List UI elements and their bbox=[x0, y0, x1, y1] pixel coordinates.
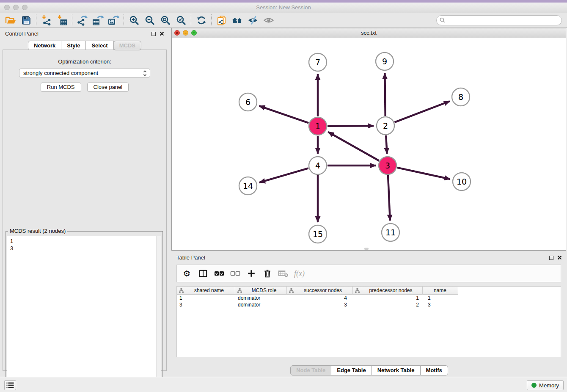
table-row[interactable]: 1dominator411 bbox=[177, 295, 561, 301]
graph-edge-1-6[interactable] bbox=[259, 106, 308, 123]
column-header-shared-name[interactable]: shared name bbox=[177, 287, 235, 295]
close-panel-button[interactable]: Close panel bbox=[87, 83, 129, 92]
control-panel-title: Control Panel bbox=[5, 30, 39, 37]
session-title: Session: New Session bbox=[0, 3, 567, 13]
import-network-icon bbox=[41, 15, 52, 26]
graph-node-2[interactable]: 2 bbox=[377, 117, 394, 135]
graph-edge-3-10[interactable] bbox=[397, 168, 450, 179]
graph-node-1[interactable]: 1 bbox=[309, 117, 327, 135]
column-header-name[interactable]: name bbox=[423, 287, 458, 295]
save-session-icon bbox=[21, 15, 31, 25]
network-window-titlebar[interactable]: ✕ − + scc.txt bbox=[172, 28, 566, 38]
graph-node-15[interactable]: 15 bbox=[309, 225, 327, 243]
search-input[interactable] bbox=[445, 17, 561, 24]
tab-network-table[interactable]: Network Table bbox=[372, 365, 421, 375]
main-toolbar bbox=[0, 13, 567, 28]
export-table-button[interactable] bbox=[90, 14, 106, 27]
result-scrollbar[interactable] bbox=[156, 236, 161, 389]
table-settings-button[interactable]: ⚙ bbox=[181, 268, 193, 279]
svg-text:11: 11 bbox=[385, 228, 396, 237]
graph-edge-2-8[interactable] bbox=[394, 101, 449, 122]
add-column-button[interactable] bbox=[245, 268, 257, 279]
column-tree-icon bbox=[289, 288, 294, 293]
network-canvas[interactable]: 1234678910111415 bbox=[172, 38, 566, 250]
function-builder-button[interactable]: f(x) bbox=[293, 268, 306, 279]
graph-node-11[interactable]: 11 bbox=[382, 224, 399, 241]
zoom-fit-button[interactable] bbox=[157, 14, 173, 27]
table-cell: 2 bbox=[353, 302, 423, 308]
table-row[interactable]: 3dominator323 bbox=[177, 301, 561, 308]
delete-table-button[interactable] bbox=[277, 268, 289, 279]
graph-node-10[interactable]: 10 bbox=[453, 173, 471, 190]
column-header-successor-nodes[interactable]: successor nodes bbox=[287, 287, 353, 295]
zoom-out-button[interactable] bbox=[142, 14, 157, 27]
graph-edge-2-9[interactable] bbox=[385, 73, 385, 116]
split-columns-button[interactable] bbox=[197, 268, 209, 279]
export-image-button[interactable] bbox=[106, 14, 121, 27]
export-image-icon bbox=[108, 15, 119, 26]
graph-node-8[interactable]: 8 bbox=[452, 88, 470, 106]
tab-node-table[interactable]: Node Table bbox=[290, 365, 331, 375]
unselect-all-columns-button[interactable] bbox=[229, 268, 241, 279]
network-from-selection-icon bbox=[216, 15, 227, 26]
select-all-columns-icon bbox=[214, 270, 224, 277]
float-panel-icon[interactable] bbox=[151, 32, 156, 36]
search-field[interactable] bbox=[436, 15, 562, 25]
home-button[interactable] bbox=[229, 14, 245, 27]
svg-text:15: 15 bbox=[313, 229, 323, 239]
tab-motifs[interactable]: Motifs bbox=[420, 365, 448, 375]
tab-network[interactable]: Network bbox=[28, 41, 61, 50]
svg-text:9: 9 bbox=[382, 57, 387, 66]
open-session-button[interactable] bbox=[3, 14, 18, 27]
tab-edge-table[interactable]: Edge Table bbox=[331, 365, 372, 375]
zoom-in-button[interactable] bbox=[126, 14, 142, 27]
table-cell: dominator bbox=[235, 302, 287, 308]
graph-node-6[interactable]: 6 bbox=[239, 93, 257, 111]
column-header-predecessor-nodes[interactable]: predecessor nodes bbox=[353, 287, 423, 295]
function-builder-icon: f(x) bbox=[294, 269, 305, 278]
table-cell: 4 bbox=[287, 295, 353, 301]
tab-style[interactable]: Style bbox=[61, 41, 86, 50]
hide-details-button[interactable] bbox=[245, 14, 261, 27]
column-header-mcds-role[interactable]: MCDS role bbox=[235, 287, 287, 295]
close-table-panel-icon[interactable] bbox=[557, 255, 562, 260]
network-from-selection-button[interactable] bbox=[214, 14, 229, 27]
run-mcds-button[interactable]: Run MCDS bbox=[41, 83, 81, 92]
save-session-button[interactable] bbox=[18, 14, 34, 27]
float-table-panel-icon[interactable] bbox=[549, 256, 553, 260]
graph-edge-4-14[interactable] bbox=[259, 168, 308, 182]
graph-edge-3-1[interactable] bbox=[328, 132, 379, 161]
task-history-button[interactable] bbox=[4, 380, 16, 390]
zoom-fit-icon bbox=[160, 15, 171, 25]
optimization-criterion-label: Optimization criterion: bbox=[3, 58, 166, 65]
close-panel-icon[interactable] bbox=[160, 31, 164, 36]
criterion-select[interactable]: strongly connected component bbox=[19, 69, 150, 77]
tab-mcds[interactable]: MCDS bbox=[113, 41, 141, 50]
memory-button[interactable]: Memory bbox=[527, 380, 564, 390]
export-network-button[interactable] bbox=[74, 14, 90, 27]
graph-node-4[interactable]: 4 bbox=[309, 157, 327, 174]
add-column-icon bbox=[247, 269, 256, 278]
graph-node-7[interactable]: 7 bbox=[309, 53, 327, 71]
toolbar-separator bbox=[211, 14, 212, 26]
zoom-selected-button[interactable] bbox=[173, 14, 189, 27]
import-network-button[interactable] bbox=[39, 14, 54, 27]
svg-text:2: 2 bbox=[383, 121, 388, 130]
graph-edge-3-11[interactable] bbox=[388, 175, 390, 221]
table-cell: 3 bbox=[423, 302, 458, 308]
select-all-columns-button[interactable] bbox=[213, 268, 225, 279]
toolbar-separator bbox=[124, 14, 124, 26]
graph-edge-2-3[interactable] bbox=[386, 135, 387, 154]
graph-node-14[interactable]: 14 bbox=[239, 177, 257, 195]
control-panel: Control Panel NetworkStyleSelectMCDS Opt… bbox=[0, 28, 169, 377]
tab-select[interactable]: Select bbox=[85, 41, 113, 50]
delete-column-button[interactable] bbox=[261, 268, 273, 279]
show-details-button[interactable] bbox=[261, 14, 276, 27]
graph-node-9[interactable]: 9 bbox=[376, 52, 394, 70]
graph-node-3[interactable]: 3 bbox=[379, 157, 396, 174]
search-icon bbox=[440, 17, 445, 23]
import-table-button[interactable] bbox=[54, 14, 70, 27]
apply-layout-button[interactable] bbox=[193, 14, 209, 27]
graph-edge-1-2[interactable] bbox=[328, 126, 374, 126]
mcds-result-textarea[interactable]: 13 bbox=[7, 236, 161, 389]
